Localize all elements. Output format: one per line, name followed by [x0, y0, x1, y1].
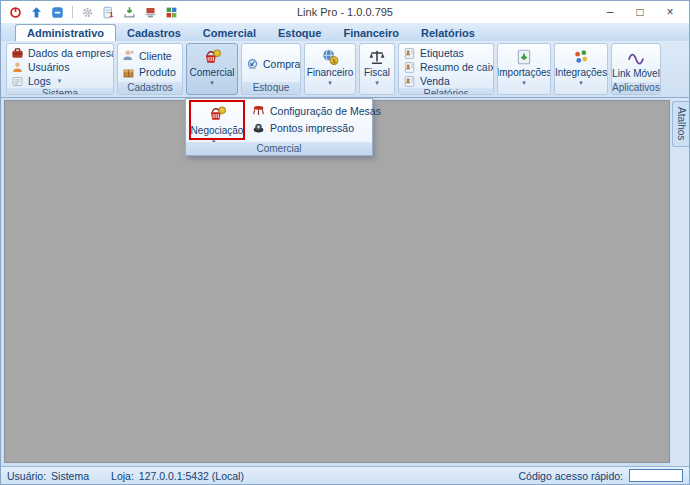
item-produto[interactable]: Produto ▾ — [122, 65, 178, 79]
item-compra[interactable]: Compra — [246, 57, 296, 71]
importacoes-button-label: Importações — [497, 68, 551, 78]
tab-comercial[interactable]: Comercial — [192, 25, 267, 41]
item-dados-da-empresa[interactable]: Dados da empresa — [11, 46, 109, 60]
link-movel-button-label: Link Móvel — [612, 69, 660, 79]
tab-atalhos-label: Atalhos — [676, 107, 687, 140]
ribbon-group-integracoes: Integrações ▾ — [554, 43, 608, 95]
tab-relatorios[interactable]: Relatórios — [410, 25, 486, 41]
chevron-down-icon: ▾ — [522, 80, 526, 86]
tab-cadastros[interactable]: Cadastros — [116, 25, 192, 41]
item-label: Resumo de caixa — [420, 61, 494, 73]
gear-icon — [81, 6, 94, 19]
ribbon-group-aplicativos: Link Móvel Aplicativos — [611, 43, 661, 95]
store-value: 127.0.0.1:5432 (Local) — [139, 470, 244, 482]
title-bar: 1 Link Pro - 1.0.0.795 – □ × — [1, 1, 689, 23]
item-venda[interactable]: Venda — [403, 74, 489, 88]
item-cliente[interactable]: Cliente — [122, 49, 178, 63]
user-icon — [11, 61, 24, 74]
dropdown-group-label: Comercial — [186, 142, 372, 155]
svg-text:1: 1 — [109, 9, 113, 18]
modules-button[interactable] — [163, 4, 180, 21]
app-window: 1 Link Pro - 1.0.0.795 – □ × Administrat… — [0, 0, 690, 485]
close-button[interactable]: × — [655, 2, 685, 22]
comercial-button[interactable]: Comercial ▾ — [187, 44, 237, 94]
ribbon-group-relatorios: Etiquetas Resumo de caixa Venda Relatóri… — [398, 43, 494, 95]
item-label: Dados da empresa — [28, 47, 114, 59]
power-button[interactable] — [7, 4, 24, 21]
item-resumo-de-caixa[interactable]: Resumo de caixa — [403, 60, 489, 74]
item-label: Venda — [420, 75, 450, 87]
group-label-estoque: Estoque — [242, 82, 300, 94]
item-usuarios[interactable]: Usuários — [11, 60, 109, 74]
ribbon-group-sistema: Dados da empresa Usuários Logs ▾ Sistema — [6, 43, 114, 95]
device-button[interactable] — [142, 4, 159, 21]
menu-item-configuracao-de-mesas[interactable]: Configuração de Mesas — [252, 104, 381, 117]
ribbon-group-cadastros: Cliente Produto ▾ Cadastros — [117, 43, 183, 95]
document-badge-icon: 1 — [102, 6, 115, 19]
menu-item-pontos-impressao[interactable]: Pontos impressão — [252, 121, 381, 134]
group-label-aplicativos: Aplicativos — [612, 82, 660, 94]
ribbon-group-comercial: Comercial ▾ — [186, 43, 238, 95]
modules-icon — [165, 6, 178, 19]
compra-icon — [246, 58, 259, 71]
item-etiquetas[interactable]: Etiquetas — [403, 46, 489, 60]
svg-text:$: $ — [332, 57, 336, 64]
product-box-icon — [122, 66, 135, 79]
arrow-up-icon — [30, 6, 43, 19]
minimize-button[interactable]: – — [595, 2, 625, 22]
quick-code-input[interactable] — [629, 469, 683, 482]
maximize-button[interactable]: □ — [625, 2, 655, 22]
link-movel-button[interactable]: Link Móvel — [612, 44, 660, 82]
client-icon — [122, 49, 135, 62]
fiscal-button-label: Fiscal — [364, 68, 390, 78]
import-button[interactable] — [121, 4, 138, 21]
menu-item-label: Configuração de Mesas — [270, 105, 381, 117]
user-label: Usuário: — [7, 470, 46, 482]
minimize-to-tray-button[interactable] — [49, 4, 66, 21]
fiscal-button[interactable]: Fiscal ▾ — [360, 44, 394, 94]
comercial-dropdown-menu: Negociação ▾ Configuração de Mesas Ponto… — [185, 98, 373, 156]
toolbar-separator — [72, 6, 73, 18]
settings-button[interactable] — [79, 4, 96, 21]
quick-access-toolbar: 1 — [7, 4, 180, 21]
user-value: Sistema — [51, 470, 89, 482]
tab-financeiro[interactable]: Financeiro — [332, 25, 410, 41]
download-tray-icon — [123, 6, 136, 19]
tab-estoque[interactable]: Estoque — [267, 25, 332, 41]
tab-administrativo[interactable]: Administrativo — [15, 24, 116, 41]
ribbon-group-importacoes: Importações ▾ — [497, 43, 551, 95]
comercial-button-label: Comercial — [189, 68, 234, 78]
menu-item-label: Pontos impressão — [270, 122, 354, 134]
notes-button[interactable]: 1 — [100, 4, 117, 21]
report-icon — [403, 47, 416, 60]
wave-icon — [627, 49, 645, 67]
item-logs[interactable]: Logs ▾ — [11, 74, 109, 88]
scale-icon — [368, 48, 386, 66]
item-label: Usuários — [28, 61, 69, 73]
update-button[interactable] — [28, 4, 45, 21]
printer-icon — [252, 121, 265, 134]
chevron-down-icon: ▾ — [210, 80, 214, 86]
import-page-icon — [515, 48, 533, 66]
financeiro-button[interactable]: $ Financeiro ▾ — [305, 44, 355, 94]
report-icon — [403, 75, 416, 88]
integracoes-button[interactable]: Integrações ▾ — [555, 44, 607, 94]
store-label: Loja: — [111, 470, 134, 482]
minimize-badge-icon — [51, 6, 64, 19]
group-label-sistema: Sistema — [7, 88, 113, 95]
negociacao-button-label: Negociação — [191, 125, 244, 136]
importacoes-button[interactable]: Importações ▾ — [498, 44, 550, 94]
item-label: Produto — [139, 66, 176, 78]
shortcuts-strip: Atalhos — [671, 98, 689, 466]
item-label: Etiquetas — [420, 47, 464, 59]
ribbon-tab-bar: Administrativo Cadastros Comercial Estoq… — [1, 23, 689, 41]
ribbon-group-financeiro: $ Financeiro ▾ — [304, 43, 356, 95]
chevron-down-icon: ▾ — [328, 80, 332, 86]
tab-atalhos[interactable]: Atalhos — [672, 101, 689, 147]
integration-dots-icon — [572, 48, 590, 66]
negociacao-button[interactable]: Negociação — [191, 105, 244, 136]
chevron-down-icon: ▾ — [375, 80, 379, 86]
basket-icon — [208, 105, 226, 123]
integracoes-button-label: Integrações — [555, 68, 607, 78]
financeiro-button-label: Financeiro — [307, 68, 354, 78]
